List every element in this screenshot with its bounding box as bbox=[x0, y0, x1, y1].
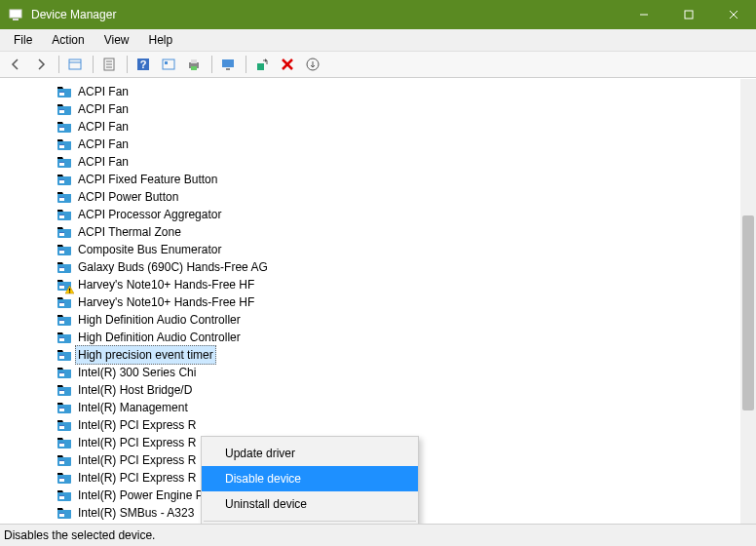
svg-rect-32 bbox=[59, 144, 64, 145]
device-icon bbox=[57, 505, 72, 521]
svg-rect-3 bbox=[685, 11, 693, 19]
svg-rect-54 bbox=[59, 320, 64, 321]
svg-rect-40 bbox=[59, 214, 64, 215]
svg-rect-26 bbox=[59, 92, 64, 93]
device-row[interactable]: ACPI Fixed Feature Button bbox=[0, 171, 740, 188]
remove-button[interactable] bbox=[276, 54, 299, 75]
device-row[interactable]: ACPI Fan bbox=[0, 153, 740, 171]
device-icon bbox=[57, 101, 72, 117]
device-row[interactable]: ACPI Thermal Zone bbox=[0, 223, 740, 241]
svg-rect-21 bbox=[257, 63, 264, 70]
device-label: ACPI Fan bbox=[78, 136, 129, 153]
device-icon bbox=[57, 417, 72, 433]
svg-rect-6 bbox=[69, 59, 81, 69]
device-row[interactable]: Intel(R) PCI Express R bbox=[0, 416, 740, 434]
menu-action[interactable]: Action bbox=[44, 31, 92, 49]
menu-help[interactable]: Help bbox=[141, 31, 181, 49]
vertical-scrollbar[interactable] bbox=[740, 79, 756, 524]
device-row[interactable]: ACPI Fan bbox=[0, 83, 740, 100]
device-label: Harvey's Note10+ Hands-Free HF bbox=[78, 293, 254, 311]
svg-rect-17 bbox=[191, 59, 197, 63]
help-button[interactable]: ? bbox=[132, 54, 155, 75]
device-row[interactable]: Intel(R) 300 Series Chi bbox=[0, 364, 740, 381]
device-label: High Definition Audio Controller bbox=[78, 329, 241, 346]
device-row[interactable]: Galaxy Buds (690C) Hands-Free AG bbox=[0, 258, 740, 276]
svg-rect-68 bbox=[59, 443, 64, 444]
device-row[interactable]: High precision event timer bbox=[0, 346, 740, 364]
device-row[interactable]: Composite Bus Enumerator bbox=[0, 241, 740, 258]
svg-rect-36 bbox=[59, 179, 64, 180]
print-button[interactable] bbox=[182, 54, 206, 75]
device-label: Intel(R) PCI Express R bbox=[78, 416, 196, 434]
svg-rect-14 bbox=[163, 59, 174, 69]
device-icon bbox=[57, 242, 72, 257]
svg-rect-44 bbox=[59, 250, 64, 251]
display-button[interactable] bbox=[216, 54, 240, 75]
device-row[interactable]: ACPI Fan bbox=[0, 136, 740, 153]
svg-rect-56 bbox=[59, 337, 64, 338]
svg-rect-72 bbox=[59, 478, 64, 479]
device-row[interactable]: High Definition Audio Controller bbox=[0, 329, 740, 346]
svg-rect-34 bbox=[59, 162, 64, 163]
scan-button[interactable] bbox=[250, 54, 274, 75]
device-row[interactable]: Intel(R) Host Bridge/D bbox=[0, 381, 740, 399]
properties-button[interactable] bbox=[97, 54, 121, 75]
device-icon bbox=[57, 294, 72, 310]
svg-rect-60 bbox=[59, 372, 64, 373]
svg-rect-74 bbox=[59, 495, 64, 496]
svg-rect-52 bbox=[59, 302, 64, 303]
device-row[interactable]: High Definition Audio Controller bbox=[0, 311, 740, 329]
svg-rect-1 bbox=[13, 19, 19, 20]
show-hidden-button[interactable] bbox=[63, 54, 87, 75]
context-separator bbox=[204, 521, 416, 522]
menu-file[interactable]: File bbox=[6, 31, 40, 49]
status-text: Disables the selected device. bbox=[4, 528, 155, 542]
options-button[interactable] bbox=[157, 54, 180, 75]
device-label: ACPI Fan bbox=[78, 83, 129, 100]
device-row[interactable]: Intel(R) Management bbox=[0, 399, 740, 416]
svg-rect-0 bbox=[10, 10, 21, 18]
scroll-thumb[interactable] bbox=[742, 215, 754, 410]
context-menu: Update driver Disable device Uninstall d… bbox=[201, 436, 419, 524]
context-update-driver[interactable]: Update driver bbox=[202, 441, 418, 466]
device-icon bbox=[57, 136, 72, 152]
device-manager-window: Device Manager File Action View Help ? A bbox=[0, 0, 756, 546]
minimize-button[interactable] bbox=[622, 0, 666, 29]
device-row[interactable]: ACPI Power Button bbox=[0, 188, 740, 206]
forward-button[interactable] bbox=[29, 54, 53, 75]
device-row[interactable]: ACPI Fan bbox=[0, 118, 740, 136]
device-icon bbox=[57, 259, 72, 275]
window-buttons bbox=[622, 0, 756, 29]
statusbar: Disables the selected device. bbox=[0, 524, 756, 546]
toolbar: ? bbox=[0, 52, 756, 78]
device-icon bbox=[57, 84, 72, 99]
context-uninstall-device[interactable]: Uninstall device bbox=[202, 491, 418, 517]
device-row[interactable]: ACPI Fan bbox=[0, 100, 740, 118]
device-label: Intel(R) 300 Series Chi bbox=[78, 364, 196, 381]
svg-rect-76 bbox=[59, 513, 64, 514]
close-button[interactable] bbox=[711, 0, 756, 29]
svg-rect-66 bbox=[59, 425, 64, 426]
device-icon bbox=[57, 207, 72, 222]
device-icon bbox=[57, 172, 72, 187]
device-label: ACPI Processor Aggregator bbox=[78, 206, 221, 223]
device-icon bbox=[57, 312, 72, 328]
device-icon bbox=[57, 119, 72, 135]
device-icon bbox=[57, 470, 72, 486]
device-label: ACPI Fan bbox=[78, 118, 129, 136]
menu-view[interactable]: View bbox=[96, 31, 137, 49]
device-label: ACPI Fixed Feature Button bbox=[78, 171, 217, 188]
context-disable-device[interactable]: Disable device bbox=[202, 466, 418, 491]
device-row[interactable]: Harvey's Note10+ Hands-Free HF bbox=[0, 276, 740, 293]
device-row[interactable]: Harvey's Note10+ Hands-Free HF bbox=[0, 293, 740, 311]
maximize-button[interactable] bbox=[666, 0, 711, 29]
device-label: Intel(R) Host Bridge/D bbox=[78, 381, 192, 399]
toolbar-separator bbox=[93, 56, 94, 73]
device-row[interactable]: ACPI Processor Aggregator bbox=[0, 206, 740, 223]
device-label: Intel(R) SMBus - A323 bbox=[78, 504, 194, 522]
svg-rect-50 bbox=[69, 292, 70, 292]
device-icon bbox=[57, 189, 72, 205]
device-label: Harvey's Note10+ Hands-Free HF bbox=[78, 276, 254, 293]
back-button[interactable] bbox=[4, 54, 27, 75]
legacy-button[interactable] bbox=[301, 54, 324, 75]
